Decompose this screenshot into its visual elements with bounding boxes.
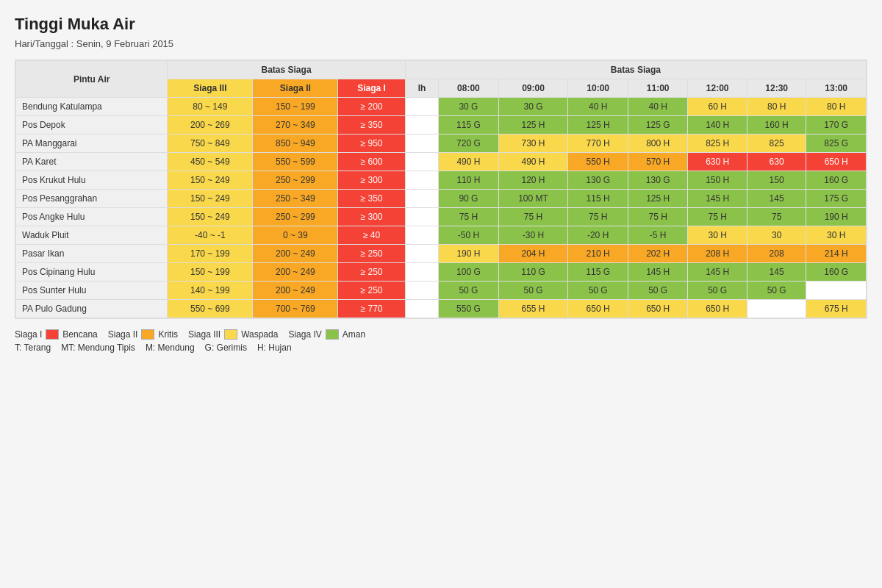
- time-cell: 650 H: [806, 153, 867, 171]
- time-cell: -30 H: [498, 226, 568, 245]
- pintu-name: Pos Sunter Hulu: [16, 282, 168, 300]
- legend-weather-item: T: Terang: [15, 343, 51, 353]
- pintu-name: Waduk Pluit: [16, 226, 168, 245]
- siaga3-value: 200 ~ 269: [168, 116, 253, 135]
- time-cell: 550 H: [568, 153, 628, 171]
- siaga2-value: 200 ~ 249: [253, 282, 338, 300]
- siaga3-value: 450 ~ 549: [168, 153, 253, 171]
- siaga1-value: ≥ 250: [338, 245, 405, 263]
- time-cell: 30: [747, 226, 806, 245]
- siaga2-value: 550 ~ 599: [253, 153, 338, 171]
- time-cell: 115 G: [568, 263, 628, 282]
- siaga2-value: 0 ~ 39: [253, 226, 338, 245]
- col-siaga3: Siaga III: [168, 79, 253, 98]
- siaga1-value: ≥ 300: [338, 171, 405, 190]
- siaga3-value: 550 ~ 699: [168, 300, 253, 318]
- col-time-0900: 09:00: [498, 79, 568, 98]
- time-cell: [806, 282, 867, 300]
- time-cell: 214 H: [806, 245, 867, 263]
- siaga1-value: ≥ 250: [338, 263, 405, 282]
- legend-siaga-item: Siaga IVAman: [288, 329, 365, 340]
- time-cell: 75 H: [498, 208, 568, 226]
- time-cell: [747, 300, 806, 318]
- time-cell: 75: [747, 208, 806, 226]
- time-cell: [405, 282, 438, 300]
- time-cell: 490 H: [498, 153, 568, 171]
- time-cell: [405, 190, 438, 208]
- time-cell: 202 H: [628, 245, 688, 263]
- time-cell: 75 H: [568, 208, 628, 226]
- table-row: PA Karet450 ~ 549550 ~ 599≥ 600490 H490 …: [16, 153, 867, 171]
- time-cell: 210 H: [568, 245, 628, 263]
- col-time-0800: 08:00: [439, 79, 499, 98]
- time-cell: 730 H: [498, 135, 568, 153]
- legend-siaga-sublabel: Waspada: [241, 329, 278, 340]
- time-cell: 160 G: [806, 263, 867, 282]
- siaga2-value: 250 ~ 299: [253, 208, 338, 226]
- time-cell: 90 G: [439, 190, 499, 208]
- col-time-1230: 12:30: [747, 79, 806, 98]
- col-time-1300: 13:00: [806, 79, 867, 98]
- time-cell: 30 G: [439, 98, 499, 116]
- legend-siaga-label: Siaga II: [108, 329, 138, 340]
- legend-siaga-item: Siaga IBencana: [15, 329, 98, 340]
- time-cell: 204 H: [498, 245, 568, 263]
- time-cell: 125 H: [568, 116, 628, 135]
- time-cell: 120 H: [498, 171, 568, 190]
- time-cell: 190 H: [439, 245, 499, 263]
- table-wrapper: Pintu Air Batas Siaga Batas Siaga Siaga …: [15, 60, 867, 319]
- time-cell: [405, 226, 438, 245]
- siaga2-value: 250 ~ 299: [253, 171, 338, 190]
- time-cell: 150: [747, 171, 806, 190]
- time-cell: 630: [747, 153, 806, 171]
- time-cell: 150 H: [688, 171, 747, 190]
- time-cell: 145: [747, 263, 806, 282]
- time-cell: 110 G: [498, 263, 568, 282]
- siaga2-value: 150 ~ 199: [253, 98, 338, 116]
- time-cell: [405, 263, 438, 282]
- table-row: PA Pulo Gadung550 ~ 699700 ~ 769≥ 770550…: [16, 300, 867, 318]
- siaga2-value: 200 ~ 249: [253, 263, 338, 282]
- time-cell: 655 H: [498, 300, 568, 318]
- siaga3-value: 750 ~ 849: [168, 135, 253, 153]
- time-cell: 175 G: [806, 190, 867, 208]
- time-cell: 145 H: [688, 263, 747, 282]
- legend-siaga-item: Siaga IIKritis: [108, 329, 178, 340]
- col-time-ih: Ih: [405, 79, 438, 98]
- time-cell: 770 H: [568, 135, 628, 153]
- table-row: Pos Cipinang Hulu150 ~ 199200 ~ 249≥ 250…: [16, 263, 867, 282]
- time-cell: 80 H: [806, 98, 867, 116]
- time-cell: 125 G: [628, 116, 688, 135]
- time-cell: 130 G: [568, 171, 628, 190]
- table-row: Bendung Katulampa80 ~ 149150 ~ 199≥ 2003…: [16, 98, 867, 116]
- col-time-1100: 11:00: [628, 79, 688, 98]
- time-cell: 40 H: [568, 98, 628, 116]
- time-cell: 115 G: [439, 116, 499, 135]
- table-row: PA Manggarai750 ~ 849850 ~ 949≥ 950720 G…: [16, 135, 867, 153]
- time-cell: -20 H: [568, 226, 628, 245]
- time-cell: 825: [747, 135, 806, 153]
- time-cell: 145 H: [688, 190, 747, 208]
- siaga1-value: ≥ 250: [338, 282, 405, 300]
- time-cell: 160 G: [806, 171, 867, 190]
- time-cell: 675 H: [806, 300, 867, 318]
- legend-color-box: [46, 329, 59, 340]
- pintu-name: PA Manggarai: [16, 135, 168, 153]
- water-level-table: Pintu Air Batas Siaga Batas Siaga Siaga …: [15, 60, 867, 318]
- time-cell: 130 G: [628, 171, 688, 190]
- date-line: Hari/Tanggal : Senin, 9 Februari 2015: [15, 38, 867, 49]
- col-siaga1: Siaga I: [338, 79, 405, 98]
- time-cell: 80 H: [747, 98, 806, 116]
- siaga3-value: 140 ~ 199: [168, 282, 253, 300]
- siaga2-value: 200 ~ 249: [253, 245, 338, 263]
- time-cell: 75 H: [688, 208, 747, 226]
- siaga2-value: 700 ~ 769: [253, 300, 338, 318]
- time-cell: 208 H: [688, 245, 747, 263]
- siaga1-value: ≥ 200: [338, 98, 405, 116]
- time-cell: 30 H: [688, 226, 747, 245]
- siaga1-value: ≥ 600: [338, 153, 405, 171]
- siaga2-value: 250 ~ 349: [253, 190, 338, 208]
- time-cell: 50 G: [568, 282, 628, 300]
- pintu-name: Bendung Katulampa: [16, 98, 168, 116]
- siaga1-value: ≥ 40: [338, 226, 405, 245]
